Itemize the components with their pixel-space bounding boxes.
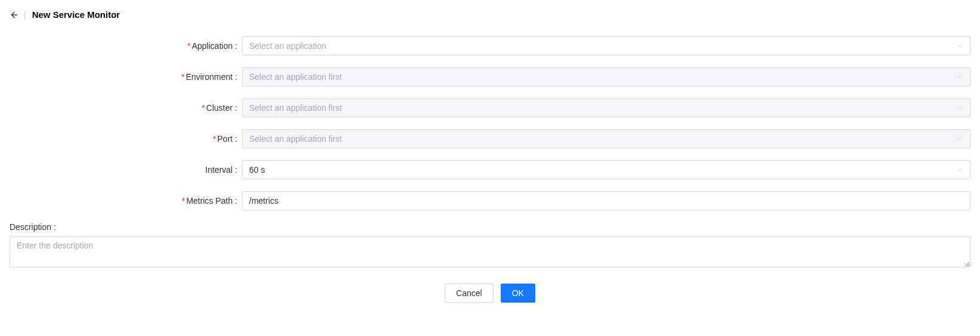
page-header: | New Service Monitor <box>10 10 970 20</box>
chevron-down-icon <box>956 104 963 111</box>
chevron-down-icon <box>956 73 963 80</box>
field-port: *Port : Select an application first <box>10 129 970 148</box>
port-placeholder: Select an application first <box>249 134 342 144</box>
port-label: *Port : <box>10 134 242 144</box>
cluster-label: *Cluster : <box>10 103 242 113</box>
metrics-path-label: *Metrics Path : <box>10 196 242 206</box>
cluster-placeholder: Select an application first <box>249 103 342 113</box>
chevron-down-icon <box>956 135 963 142</box>
interval-value: 60 s <box>249 165 265 175</box>
application-select[interactable]: Select an application <box>242 36 970 55</box>
form-actions: Cancel OK <box>10 284 970 303</box>
chevron-down-icon <box>956 166 963 173</box>
field-environment: *Environment : Select an application fir… <box>10 67 970 86</box>
environment-placeholder: Select an application first <box>249 72 342 82</box>
required-mark: * <box>201 103 204 113</box>
interval-label: Interval : <box>10 165 242 175</box>
header-divider: | <box>24 10 26 20</box>
page-title: New Service Monitor <box>32 10 120 20</box>
field-metrics-path: *Metrics Path : <box>10 191 970 210</box>
required-mark: * <box>181 72 184 82</box>
ok-button[interactable]: OK <box>501 284 535 303</box>
field-cluster: *Cluster : Select an application first <box>10 98 970 117</box>
back-arrow-icon[interactable] <box>10 10 19 20</box>
service-monitor-form: *Application : Select an application *En… <box>10 36 970 303</box>
required-mark: * <box>182 196 185 206</box>
description-textarea[interactable] <box>10 237 970 267</box>
required-mark: * <box>187 41 190 51</box>
application-placeholder: Select an application <box>249 41 326 51</box>
field-application: *Application : Select an application <box>10 36 970 55</box>
environment-select[interactable]: Select an application first <box>242 67 970 86</box>
metrics-path-input[interactable] <box>242 191 970 210</box>
cluster-select[interactable]: Select an application first <box>242 98 970 117</box>
cancel-button[interactable]: Cancel <box>445 284 494 303</box>
application-label: *Application : <box>10 41 242 51</box>
required-mark: * <box>213 134 216 144</box>
description-label: Description : <box>10 222 970 232</box>
environment-label: *Environment : <box>10 72 242 82</box>
field-interval: Interval : 60 s <box>10 160 970 179</box>
port-select[interactable]: Select an application first <box>242 129 970 148</box>
interval-select[interactable]: 60 s <box>242 160 970 179</box>
field-description: Description : <box>10 222 970 269</box>
chevron-down-icon <box>956 42 963 49</box>
